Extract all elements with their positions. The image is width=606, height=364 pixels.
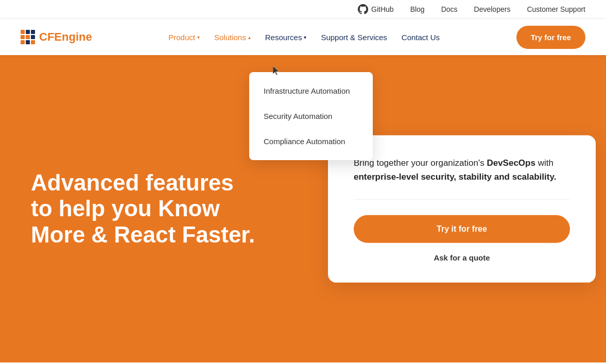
dropdown-item-security[interactable]: Security Automation	[249, 103, 373, 129]
developers-link[interactable]: Developers	[474, 5, 511, 13]
dropdown-item-compliance[interactable]: Compliance Automation	[249, 129, 373, 154]
docs-label: Docs	[441, 5, 458, 13]
product-chevron-icon: ▾	[197, 34, 200, 40]
nav-contact-us[interactable]: Contact Us	[395, 29, 446, 46]
nav-solutions-label: Solutions	[214, 33, 246, 42]
github-label: GitHub	[371, 5, 394, 13]
solutions-chevron-icon: ▴	[248, 34, 251, 40]
resources-chevron-icon: ▾	[304, 34, 306, 40]
nav-links: Product ▾ Solutions ▴ Resources ▾ Suppor…	[162, 29, 446, 46]
nav-solutions[interactable]: Solutions ▴	[208, 29, 257, 46]
logo-engine: Engine	[54, 30, 92, 43]
hero-card-text: Bring together your organization's DevSe…	[354, 155, 570, 183]
github-link[interactable]: GitHub	[358, 4, 394, 14]
try-for-free-button[interactable]: Try for free	[516, 26, 585, 49]
try-it-free-button[interactable]: Try it for free	[354, 215, 570, 243]
nav-product[interactable]: Product ▾	[162, 29, 206, 46]
card-divider	[354, 199, 570, 200]
dropdown-item-infrastructure[interactable]: Infrastructure Automation	[249, 78, 373, 103]
main-nav: CFEngine Product ▾ Solutions ▴ Resources…	[0, 19, 606, 55]
logo-text: CFEngine	[39, 30, 92, 44]
blog-link[interactable]: Blog	[410, 5, 425, 13]
logo[interactable]: CFEngine	[21, 30, 92, 44]
nav-product-label: Product	[168, 33, 195, 42]
blog-label: Blog	[410, 5, 425, 13]
customer-support-link[interactable]: Customer Support	[527, 5, 585, 13]
nav-support-services[interactable]: Support & Services	[315, 29, 393, 46]
solutions-dropdown: Infrastructure Automation Security Autom…	[249, 72, 373, 160]
developers-label: Developers	[474, 5, 511, 13]
nav-support-label: Support & Services	[321, 33, 387, 42]
github-icon	[358, 4, 368, 14]
hero-heading: Advanced features to help you Know More …	[0, 170, 257, 248]
customer-support-label: Customer Support	[527, 5, 585, 13]
nav-resources-label: Resources	[265, 33, 302, 42]
utility-bar: GitHub Blog Docs Developers Customer Sup…	[0, 0, 606, 19]
logo-icon	[21, 30, 35, 44]
logo-cf: CF	[39, 30, 54, 43]
ask-quote-link[interactable]: Ask for a quote	[354, 253, 570, 262]
dropdown-menu: Infrastructure Automation Security Autom…	[249, 72, 373, 160]
docs-link[interactable]: Docs	[441, 5, 458, 13]
nav-resources[interactable]: Resources ▾	[259, 29, 313, 46]
nav-contact-label: Contact Us	[402, 33, 440, 42]
